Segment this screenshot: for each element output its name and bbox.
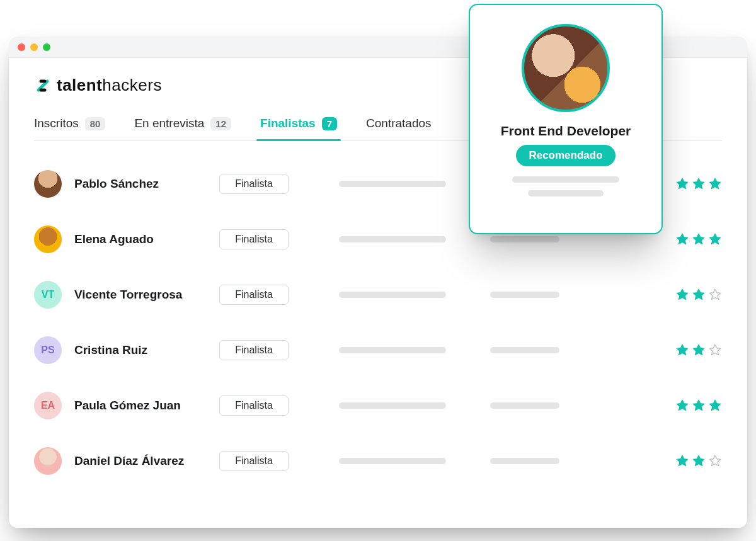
candidate-status-badge: Finalista [219,396,289,416]
star-icon[interactable] [708,454,722,468]
placeholder-line [512,176,619,183]
star-icon[interactable] [692,399,706,413]
candidate-avatar: PS [34,336,62,364]
candidate-status-badge: Finalista [219,340,289,360]
rating-stars[interactable] [675,399,722,413]
candidate-status-badge: Finalista [219,285,289,305]
candidate-status-badge: Finalista [219,229,289,249]
tab-count-badge: 12 [210,117,231,130]
star-icon[interactable] [692,288,706,302]
star-icon[interactable] [675,177,689,191]
star-icon[interactable] [708,288,722,302]
window-close-icon[interactable] [18,43,25,51]
tab-count-badge: 80 [85,117,106,130]
logo-text: talenthackers [57,76,162,95]
star-icon[interactable] [675,399,689,413]
candidate-profile-card: Front End Developer Recomendado [469,4,663,234]
placeholder-line [339,292,446,298]
candidate-avatar: VT [34,281,62,309]
star-icon[interactable] [708,399,722,413]
tab-contratados[interactable]: Contratados [366,117,432,140]
candidate-avatar [34,170,62,198]
placeholder-group [339,402,663,409]
placeholder-line [339,402,446,409]
window-minimize-icon[interactable] [30,43,38,51]
star-icon[interactable] [692,343,706,357]
placeholder-line [528,190,604,196]
placeholder-line [339,236,446,242]
placeholder-line [339,347,446,353]
candidate-row[interactable]: EAPaula Gómez JuanFinalista [34,378,722,433]
rating-stars[interactable] [675,288,722,302]
candidate-name: Cristina Ruiz [74,343,219,357]
tab-finalistas[interactable]: Finalistas7 [260,117,337,140]
tab-label: En entrevista [134,117,204,130]
placeholder-line [339,458,446,464]
candidate-row[interactable]: VTVicente TorregrosaFinalista [34,267,722,322]
candidate-name: Daniel Díaz Álvarez [74,454,219,468]
profile-role: Front End Developer [501,123,631,139]
star-icon[interactable] [675,343,689,357]
star-icon[interactable] [675,232,689,246]
placeholder-group [339,347,663,353]
star-icon[interactable] [708,177,722,191]
candidate-avatar [34,447,62,475]
star-icon[interactable] [708,343,722,357]
star-icon[interactable] [692,232,706,246]
placeholder-line [490,236,559,242]
candidate-avatar: EA [34,392,62,419]
candidate-row[interactable]: PSCristina RuizFinalista [34,322,722,378]
placeholder-line [490,347,559,353]
profile-recommended-badge: Recomendado [516,145,615,166]
candidate-row[interactable]: Daniel Díaz ÁlvarezFinalista [34,433,722,489]
rating-stars[interactable] [675,343,722,357]
star-icon[interactable] [692,454,706,468]
rating-stars[interactable] [675,232,722,246]
tab-count-badge: 7 [322,117,337,130]
tab-label: Contratados [366,117,432,130]
star-icon[interactable] [708,232,722,246]
rating-stars[interactable] [675,177,722,191]
tab-inscritos[interactable]: Inscritos80 [34,117,105,140]
candidate-name: Elena Aguado [74,232,219,246]
candidate-name: Paula Gómez Juan [74,399,219,413]
candidate-status-badge: Finalista [219,174,289,194]
tab-en-entrevista[interactable]: En entrevista12 [134,117,231,140]
star-icon[interactable] [692,177,706,191]
candidate-avatar [34,225,62,253]
placeholder-line [339,181,446,187]
placeholder-group [339,458,663,464]
placeholder-group [339,236,663,242]
placeholder-line [490,402,559,409]
candidate-name: Pablo Sánchez [74,177,219,191]
tab-label: Finalistas [260,117,316,130]
profile-avatar [522,24,610,112]
window-maximize-icon[interactable] [43,43,50,51]
candidate-status-badge: Finalista [219,451,289,471]
star-icon[interactable] [675,454,689,468]
placeholder-line [490,292,559,298]
rating-stars[interactable] [675,454,722,468]
star-icon[interactable] [675,288,689,302]
logo-mark-icon [34,77,52,94]
candidate-name: Vicente Torregrosa [74,288,219,302]
placeholder-group [339,292,663,298]
tab-label: Inscritos [34,117,79,130]
placeholder-line [490,458,559,464]
